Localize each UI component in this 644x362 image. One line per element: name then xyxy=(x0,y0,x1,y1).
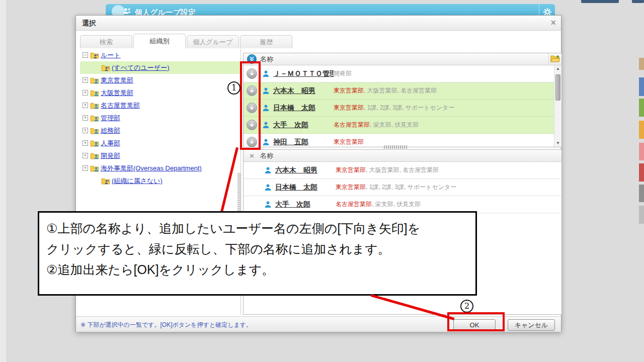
dialog-title: 選択 xyxy=(82,19,96,28)
tab-personal-group[interactable]: 個人グループ xyxy=(187,35,239,48)
expand-expander-icon[interactable] xyxy=(83,153,88,158)
color-block xyxy=(639,143,644,160)
user-org-primary: 名古屋営業部 xyxy=(334,121,370,129)
user-name-link[interactable]: 大手 次郎 xyxy=(275,200,336,209)
tree-item-general-affairs[interactable]: 総務部 xyxy=(80,124,240,137)
tabstrip: 検索 組織別 個人グループ 履歴 xyxy=(80,34,293,48)
user-name-link[interactable]: 六本木 昭男 xyxy=(275,166,336,175)
tab-history[interactable]: 履歴 xyxy=(240,35,292,48)
expand-expander-icon[interactable] xyxy=(83,90,88,96)
tree-item-label[interactable]: 東京営業部 xyxy=(101,76,133,85)
footer-note: ※ 下部が選択中の一覧です。[OK]ボタンを押すと確定します。 xyxy=(80,321,252,329)
close-icon[interactable]: × xyxy=(550,18,556,28)
expand-expander-icon[interactable] xyxy=(83,77,88,83)
expand-expander-icon[interactable] xyxy=(83,165,88,171)
tree-item-label[interactable]: 海外事業部(Overseas Department) xyxy=(101,164,202,173)
user-name-link[interactable]: 神田 五郎 xyxy=(273,138,334,147)
tree-item-label[interactable]: ルート xyxy=(101,51,121,60)
scrollbar-thumb[interactable] xyxy=(555,74,560,101)
group-folder-icon xyxy=(90,52,99,59)
open-folder-button[interactable] xyxy=(548,53,561,65)
user-name-link[interactable]: 日本橋 太郎 xyxy=(273,104,334,113)
user-name-link[interactable]: Ｊ－ＭＯＴＴＯ管理者 xyxy=(273,69,334,78)
tab-by-organization[interactable]: 組織別 xyxy=(133,34,186,48)
user-icon xyxy=(262,87,270,95)
scroll-up-icon[interactable]: ▲ xyxy=(554,65,561,72)
expand-expander-icon[interactable] xyxy=(83,115,88,121)
tree-item-label[interactable]: 総務部 xyxy=(101,126,120,135)
user-row-selected[interactable]: 日本橋 太郎 東京営業部 , 1課, 2課, 3課, サポートセンター xyxy=(244,100,561,117)
user-org-primary: 東京営業部 xyxy=(336,183,366,192)
instruction-line: ①上部の名称より、追加したいユーザー名の左側の[下向き矢印]を xyxy=(46,218,468,239)
dept-folder-icon xyxy=(90,165,99,172)
user-row[interactable]: Ｊ－ＭＯＴＴＯ管理者 開発部 xyxy=(244,65,561,82)
user-org-list: 開発部 xyxy=(334,69,352,78)
selected-user-row[interactable]: 大手 次郎 名古屋営業部 , 栄支部, 伏見支部 xyxy=(244,196,561,213)
expand-expander-icon[interactable] xyxy=(83,103,88,108)
tree-item-label[interactable]: 開発部 xyxy=(101,151,120,160)
scrollbar[interactable]: ▲ ▼ xyxy=(554,65,561,147)
tree-item-label[interactable]: (すべてのユーザー) xyxy=(112,63,170,72)
tree-item-all-users[interactable]: (すべてのユーザー) xyxy=(80,61,240,74)
user-org-list: , 栄支部, 伏見支部 xyxy=(372,200,421,209)
expand-expander-icon[interactable] xyxy=(83,128,88,133)
available-users-panel: 名称 Ｊ－ＭＯＴＴＯ管理者 開発部 六本木 昭男 東京営業部 , 大阪営業部, … xyxy=(243,53,562,147)
tree-item-admin-dept[interactable]: 管理部 xyxy=(80,112,240,124)
user-org-list: , 栄支部, 伏見支部 xyxy=(370,121,419,129)
instruction-line: ②追加出来たら[OK]をクリックします。 xyxy=(46,259,468,280)
folder-upload-icon xyxy=(550,54,560,64)
tree-item-root[interactable]: ルート xyxy=(80,49,240,61)
collapse-expander-icon[interactable] xyxy=(83,52,88,58)
tree-item-development-dept[interactable]: 開発部 xyxy=(80,149,240,162)
user-icon xyxy=(264,166,272,174)
dept-folder-icon xyxy=(90,140,99,147)
user-name-link[interactable]: 大手 次郎 xyxy=(273,121,334,130)
user-name-link[interactable]: 日本橋 太郎 xyxy=(275,183,336,192)
user-icon xyxy=(262,104,270,112)
remove-all-icon[interactable]: × xyxy=(250,151,254,160)
user-icon xyxy=(264,201,272,208)
user-row-selected[interactable]: 六本木 昭男 東京営業部 , 大阪営業部, 名古屋営業部 xyxy=(244,82,561,100)
tab-search[interactable]: 検索 xyxy=(80,35,132,48)
user-icon xyxy=(262,70,270,77)
color-block xyxy=(639,121,644,139)
step2-number-badge: 2 xyxy=(460,300,473,313)
tree-item-osaka-sales[interactable]: 大阪営業部 xyxy=(80,86,240,99)
tree-item-no-organization[interactable]: (組織に属さない) xyxy=(80,174,240,187)
tree-item-label[interactable]: (組織に属さない) xyxy=(112,176,163,186)
tree-item-label[interactable]: 大阪営業部 xyxy=(101,88,133,98)
instruction-box: ①上部の名称より、追加したいユーザー名の左側の[下向き矢印]を クリックすると、… xyxy=(38,211,477,296)
scroll-down-icon[interactable]: ▼ xyxy=(554,140,561,147)
expand-expander-icon[interactable] xyxy=(83,140,88,146)
name-column-header: 名称 xyxy=(260,151,273,160)
group-folder-icon xyxy=(101,177,110,185)
color-block xyxy=(639,163,644,182)
color-block xyxy=(639,99,644,117)
horizontal-splitter-handle[interactable] xyxy=(384,145,408,149)
user-org-primary: 東京営業部 xyxy=(334,138,364,146)
user-org-primary: 東京営業部 xyxy=(336,166,366,174)
tree-item-tokyo-sales[interactable]: 東京営業部 xyxy=(80,74,240,86)
tree-item-hr-dept[interactable]: 人事部 xyxy=(80,137,240,149)
top-edge-fragment xyxy=(632,0,644,3)
color-block xyxy=(639,58,644,70)
tree-item-label[interactable]: 管理部 xyxy=(101,114,120,123)
user-org-list: , 大阪営業部, 名古屋営業部 xyxy=(366,166,439,174)
cancel-button[interactable]: キャンセル xyxy=(508,319,555,331)
selected-user-row[interactable]: 日本橋 太郎 東京営業部 , 1課, 2課, 3課, サポートセンター xyxy=(244,179,561,196)
tree-item-label[interactable]: 名古屋営業部 xyxy=(101,101,140,110)
user-org-list: , 1課, 2課, 3課, サポートセンター xyxy=(364,104,454,112)
available-users-list: Ｊ－ＭＯＴＴＯ管理者 開発部 六本木 昭男 東京営業部 , 大阪営業部, 名古屋… xyxy=(244,65,561,147)
tree-item-nagoya-sales[interactable]: 名古屋営業部 xyxy=(80,99,240,112)
step2-highlight-rect xyxy=(447,312,505,331)
dept-folder-icon xyxy=(90,152,99,159)
selected-user-row[interactable]: 六本木 昭男 東京営業部 , 大阪営業部, 名古屋営業部 xyxy=(244,162,561,179)
user-row-selected[interactable]: 大手 次郎 名古屋営業部 , 栄支部, 伏見支部 xyxy=(244,117,561,134)
user-name-link[interactable]: 六本木 昭男 xyxy=(273,86,334,96)
tree-item-overseas-dept[interactable]: 海外事業部(Overseas Department) xyxy=(80,162,240,174)
vertical-splitter-handle[interactable] xyxy=(237,172,241,211)
user-icon xyxy=(264,184,272,191)
user-org-list: , 1課, 2課, 3課, サポートセンター xyxy=(366,183,456,192)
tree-item-label[interactable]: 人事部 xyxy=(101,139,120,148)
top-edge-fragment xyxy=(581,0,619,3)
